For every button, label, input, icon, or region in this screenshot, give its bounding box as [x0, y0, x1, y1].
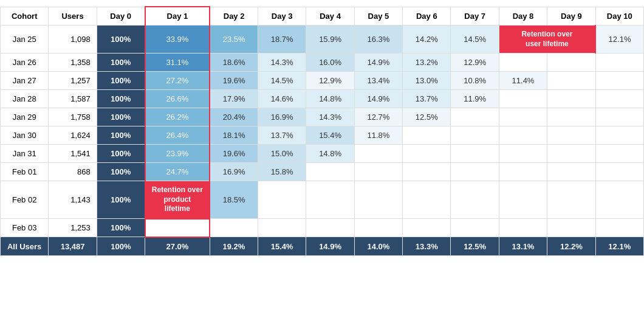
day8-cell	[499, 145, 547, 163]
day7-cell	[451, 163, 499, 181]
day3-cell: 13.7%	[258, 126, 306, 145]
col-day4: Day 4	[306, 7, 354, 26]
day1-cell: 23.9%	[145, 145, 210, 163]
day8-cell	[499, 181, 547, 219]
col-day8: Day 8	[499, 7, 547, 26]
day3-cell: 14.6%	[258, 90, 306, 108]
day6-cell: 13.2%	[403, 54, 451, 72]
day5-cell	[354, 163, 402, 181]
day7-cell	[451, 181, 499, 219]
day0-cell: 100%	[97, 126, 145, 145]
day5-cell	[354, 219, 402, 237]
day10-cell	[595, 72, 643, 90]
day4-cell: 14.8%	[306, 145, 354, 163]
day5-cell: 11.8%	[354, 126, 402, 145]
users-cell: 1,587	[49, 90, 97, 108]
all-users-day0: 100%	[97, 237, 145, 256]
day1-cell: 26.2%	[145, 108, 210, 126]
day4-cell: 14.3%	[306, 108, 354, 126]
col-day1: Day 1	[145, 7, 210, 26]
day2-cell: 20.4%	[210, 108, 258, 126]
day2-cell: 23.5%	[210, 26, 258, 54]
cohort-cell: Feb 01	[1, 163, 49, 181]
all-users-day4: 14.9%	[306, 237, 354, 256]
all-users-day2: 19.2%	[210, 237, 258, 256]
day7-cell: 10.8%	[451, 72, 499, 90]
day0-cell: 100%	[97, 163, 145, 181]
day7-cell	[451, 219, 499, 237]
all-users-day5: 14.0%	[354, 237, 402, 256]
day8-cell	[499, 163, 547, 181]
day10-cell	[595, 181, 643, 219]
header-row: Cohort Users Day 0 Day 1 Day 2 Day 3 Day…	[1, 7, 644, 26]
day0-cell: 100%	[97, 108, 145, 126]
day9-cell	[547, 90, 595, 108]
day6-cell: 12.5%	[403, 108, 451, 126]
day4-cell: 16.0%	[306, 54, 354, 72]
cohort-cell: Jan 30	[1, 126, 49, 145]
day1-cell	[145, 219, 210, 237]
day5-cell: 16.3%	[354, 26, 402, 54]
day2-cell: 18.5%	[210, 181, 258, 219]
users-cell: 1,624	[49, 126, 97, 145]
day8-cell: 11.4%	[499, 72, 547, 90]
col-day5: Day 5	[354, 7, 402, 26]
day3-cell	[258, 181, 306, 219]
table-row: Jan 261,358100%31.1%18.6%14.3%16.0%14.9%…	[1, 54, 644, 72]
day7-cell: 12.9%	[451, 54, 499, 72]
cohort-cell: Feb 02	[1, 181, 49, 219]
table-row: Jan 311,541100%23.9%19.6%15.0%14.8%	[1, 145, 644, 163]
table-row: Feb 021,143100%Retention overproductlife…	[1, 181, 644, 219]
day0-cell: 100%	[97, 90, 145, 108]
col-day10: Day 10	[595, 7, 643, 26]
table-row: Jan 281,587100%26.6%17.9%14.6%14.8%14.9%…	[1, 90, 644, 108]
day10-cell: 12.1%	[595, 26, 643, 54]
day3-cell: 15.8%	[258, 163, 306, 181]
cohort-cell: Jan 28	[1, 90, 49, 108]
day8-cell	[499, 126, 547, 145]
users-cell: 1,098	[49, 26, 97, 54]
users-cell: 868	[49, 163, 97, 181]
day10-cell	[595, 126, 643, 145]
day4-cell	[306, 219, 354, 237]
col-users: Users	[49, 7, 97, 26]
cohort-cell: Jan 27	[1, 72, 49, 90]
day9-cell	[547, 54, 595, 72]
day10-cell	[595, 219, 643, 237]
day0-cell: 100%	[97, 54, 145, 72]
day5-cell: 13.4%	[354, 72, 402, 90]
cohort-cell: Jan 26	[1, 54, 49, 72]
day8-cell	[499, 108, 547, 126]
day1-cell: 27.2%	[145, 72, 210, 90]
day1-cell: 26.4%	[145, 126, 210, 145]
col-day3: Day 3	[258, 7, 306, 26]
day6-cell: 13.7%	[403, 90, 451, 108]
day0-cell: 100%	[97, 145, 145, 163]
day4-cell: 15.9%	[306, 26, 354, 54]
all-users-day7: 12.5%	[451, 237, 499, 256]
col-day6: Day 6	[403, 7, 451, 26]
day9-cell	[547, 181, 595, 219]
day2-cell: 19.6%	[210, 72, 258, 90]
day10-cell	[595, 90, 643, 108]
day5-cell: 12.7%	[354, 108, 402, 126]
day9-cell	[547, 163, 595, 181]
cohort-cell: Jan 31	[1, 145, 49, 163]
day4-cell: 12.9%	[306, 72, 354, 90]
day2-cell	[210, 219, 258, 237]
day3-cell	[258, 219, 306, 237]
col-day2: Day 2	[210, 7, 258, 26]
day1-cell: Retention overproductlifetime	[145, 181, 210, 219]
day1-cell: 24.7%	[145, 163, 210, 181]
day4-cell	[306, 163, 354, 181]
day9-cell	[547, 219, 595, 237]
day4-cell	[306, 181, 354, 219]
day7-cell	[451, 145, 499, 163]
day3-cell: 14.5%	[258, 72, 306, 90]
all-users-day3: 15.4%	[258, 237, 306, 256]
all-users-count: 13,487	[49, 237, 97, 256]
retention-product-label: Retention overproductlifetime	[148, 185, 207, 214]
retention-user-label: Retention overuser lifetime	[502, 30, 592, 49]
day6-cell	[403, 219, 451, 237]
col-day9: Day 9	[547, 7, 595, 26]
